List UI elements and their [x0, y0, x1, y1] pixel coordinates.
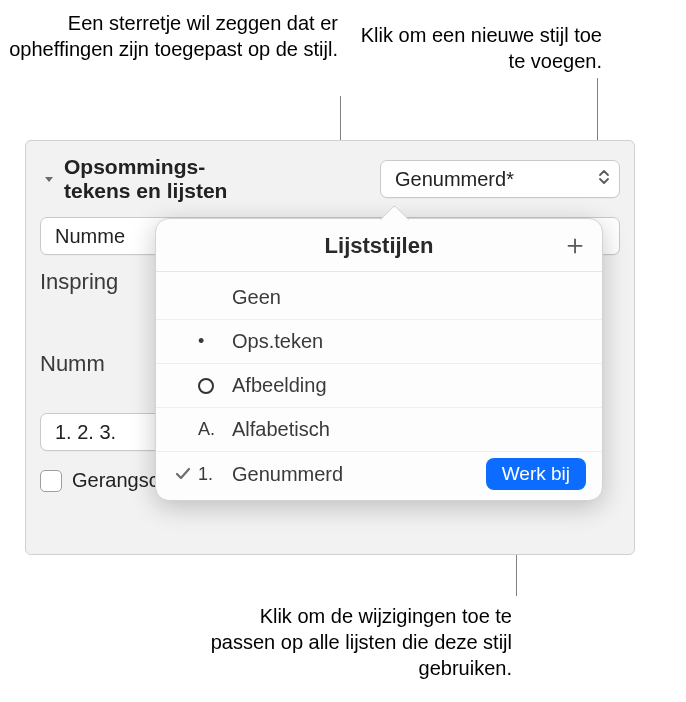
list-styles-popover: Lijststijlen ＋ Geen • Ops.teken Afbeeldi…: [155, 218, 603, 501]
bullet-preview: •: [198, 331, 232, 352]
list-item[interactable]: Afbeelding: [156, 364, 602, 408]
bullet-preview: 1.: [198, 464, 232, 485]
update-style-button[interactable]: Werk bij: [486, 458, 586, 490]
check-icon: [168, 465, 198, 483]
callout-add: Klik om een nieuwe stijl toe te voegen.: [346, 22, 602, 74]
list-item-label: Genummerd: [232, 463, 486, 486]
list-item-label: Afbeelding: [232, 374, 586, 397]
list-item-label: Alfabetisch: [232, 418, 586, 441]
chevron-updown-icon: [597, 167, 611, 192]
add-style-button[interactable]: ＋: [560, 230, 590, 260]
list-item-label: Ops.teken: [232, 330, 586, 353]
section-label: Opsommings­tekens en lijsten: [64, 155, 244, 203]
list-item[interactable]: • Ops.teken: [156, 320, 602, 364]
popover-header: Lijststijlen ＋: [156, 219, 602, 272]
callout-update: Klik om de wijzigingen toe te passen op …: [206, 603, 512, 681]
number-format-value: 1. 2. 3.: [55, 421, 116, 444]
style-list: Geen • Ops.teken Afbeelding A. Alfabetis…: [156, 272, 602, 500]
disclosure-triangle[interactable]: [40, 172, 58, 186]
number-type-value: Numme: [55, 225, 125, 248]
bullet-preview: A.: [198, 419, 232, 440]
popover-title: Lijststijlen: [325, 233, 434, 259]
image-bullet-icon: [198, 378, 214, 394]
list-style-select-value: Genummerd*: [395, 168, 514, 191]
callout-asterisk: Een sterretje wil zeggen dat er opheffin…: [8, 10, 338, 62]
list-item-label: Geen: [232, 286, 586, 309]
bullet-preview: [198, 378, 232, 394]
list-item[interactable]: A. Alfabetisch: [156, 408, 602, 452]
tiered-numbers-checkbox[interactable]: [40, 470, 62, 492]
list-item[interactable]: Geen: [156, 276, 602, 320]
list-item[interactable]: 1. Genummerd Werk bij: [156, 452, 602, 496]
list-style-select[interactable]: Genummerd*: [380, 160, 620, 198]
